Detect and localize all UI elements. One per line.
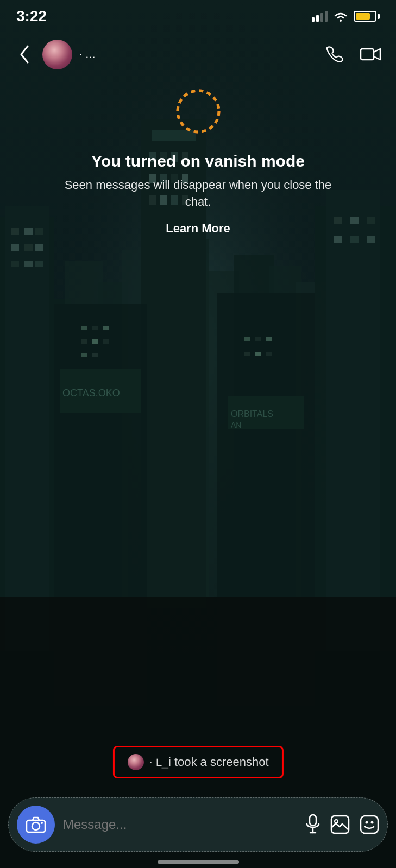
svg-point-73 bbox=[178, 91, 219, 132]
svg-rect-39 bbox=[35, 261, 43, 267]
status-time: 3:22 bbox=[16, 8, 47, 25]
status-bar: 3:22 bbox=[0, 0, 396, 33]
screenshot-notification: · ˪_i took a screenshot bbox=[112, 746, 283, 778]
camera-button[interactable] bbox=[17, 806, 55, 844]
avatar[interactable] bbox=[42, 40, 72, 69]
svg-rect-34 bbox=[11, 244, 19, 251]
svg-rect-38 bbox=[24, 261, 33, 267]
wifi-icon bbox=[333, 10, 348, 22]
mic-icon bbox=[305, 814, 320, 835]
battery-icon bbox=[354, 11, 380, 22]
vanish-title: You turned on vanish mode bbox=[91, 152, 305, 170]
svg-text:ORBITALS: ORBITALS bbox=[231, 409, 273, 419]
sticker-icon bbox=[360, 815, 379, 834]
svg-rect-37 bbox=[11, 261, 19, 267]
message-input[interactable] bbox=[55, 817, 305, 832]
svg-point-72 bbox=[178, 91, 219, 132]
svg-rect-62 bbox=[81, 353, 87, 357]
svg-rect-35 bbox=[24, 244, 33, 251]
video-icon bbox=[360, 47, 381, 62]
camera-icon bbox=[26, 816, 46, 833]
svg-rect-66 bbox=[266, 337, 272, 341]
phone-icon bbox=[326, 45, 344, 64]
image-icon bbox=[330, 815, 350, 834]
svg-rect-41 bbox=[326, 190, 380, 651]
home-indicator bbox=[158, 860, 239, 864]
svg-rect-82 bbox=[361, 816, 378, 833]
svg-rect-63 bbox=[92, 353, 98, 357]
vanish-circle-icon bbox=[174, 87, 223, 136]
contact-name: · ... bbox=[79, 47, 96, 61]
svg-rect-65 bbox=[255, 337, 261, 341]
image-button[interactable] bbox=[330, 815, 350, 834]
call-button[interactable] bbox=[320, 40, 350, 69]
svg-rect-47 bbox=[367, 236, 375, 243]
svg-rect-69 bbox=[266, 352, 272, 356]
svg-rect-77 bbox=[310, 815, 316, 826]
svg-rect-71 bbox=[361, 49, 374, 60]
learn-more-button[interactable]: Learn More bbox=[166, 221, 230, 236]
bottom-bar bbox=[8, 797, 388, 852]
svg-rect-59 bbox=[81, 339, 87, 344]
svg-text:AN: AN bbox=[231, 421, 241, 429]
svg-rect-67 bbox=[244, 352, 250, 356]
svg-rect-60 bbox=[92, 339, 98, 344]
svg-rect-64 bbox=[244, 337, 250, 341]
video-call-button[interactable] bbox=[355, 40, 385, 69]
svg-rect-36 bbox=[35, 244, 43, 251]
nav-bar: · ... bbox=[0, 33, 396, 76]
sticker-button[interactable] bbox=[360, 815, 379, 834]
svg-point-81 bbox=[335, 820, 338, 823]
svg-rect-58 bbox=[103, 326, 109, 330]
svg-rect-68 bbox=[255, 352, 261, 356]
notification-avatar bbox=[127, 754, 143, 770]
vanish-subtitle: Seen messages will disappear when you cl… bbox=[62, 177, 334, 211]
svg-rect-30 bbox=[5, 206, 49, 651]
status-icons bbox=[312, 10, 380, 22]
svg-point-70 bbox=[340, 20, 342, 22]
svg-point-84 bbox=[371, 821, 374, 824]
svg-rect-56 bbox=[81, 326, 87, 330]
bottom-icons bbox=[305, 814, 379, 835]
back-button[interactable] bbox=[11, 41, 38, 68]
svg-rect-45 bbox=[334, 236, 342, 243]
svg-rect-57 bbox=[92, 326, 98, 330]
svg-point-83 bbox=[366, 821, 368, 824]
mic-button[interactable] bbox=[305, 814, 320, 835]
signal-bars-icon bbox=[312, 11, 328, 22]
svg-rect-61 bbox=[103, 339, 109, 344]
screenshot-text: · ˪_i took a screenshot bbox=[149, 755, 268, 769]
vanish-mode-content: You turned on vanish mode Seen messages … bbox=[0, 87, 396, 236]
svg-rect-46 bbox=[350, 236, 359, 243]
svg-text:OCTAS.OKO: OCTAS.OKO bbox=[62, 388, 120, 398]
svg-point-75 bbox=[32, 822, 40, 830]
svg-point-76 bbox=[41, 822, 43, 824]
